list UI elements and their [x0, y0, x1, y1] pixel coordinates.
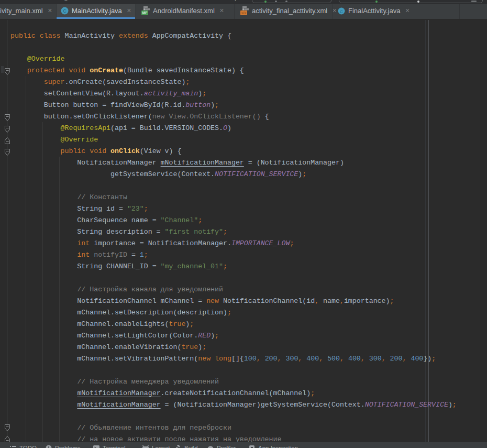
svg-text:MF: MF — [142, 11, 148, 15]
svg-text:C: C — [340, 9, 343, 14]
svg-text:C: C — [63, 8, 66, 14]
svg-text:</>: </> — [241, 11, 247, 15]
